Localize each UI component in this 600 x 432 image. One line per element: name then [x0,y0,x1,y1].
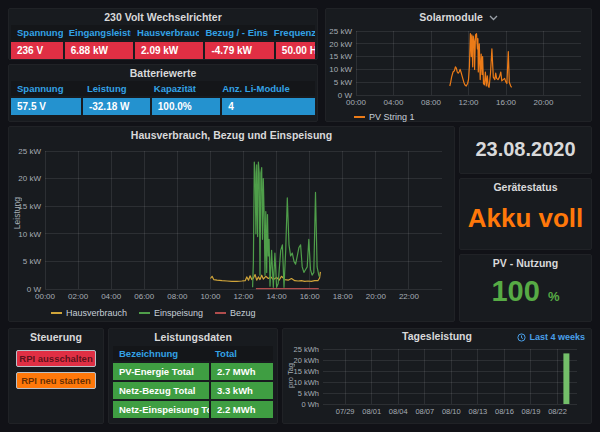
inverter-value-row: 236 V 6.88 kW 2.09 kW -4.79 kW 50.00 Hz [11,42,315,59]
panel-consumption: Hausverbrauch, Bezug und Einspeisung Lei… [8,126,455,322]
svg-text:08/01: 08/01 [362,407,381,416]
inverter-header-row: Spannung Eingangsleistung Hausverbrauch … [11,25,315,40]
row-total-cell: 2.2 MWh [211,401,273,418]
value-cell-bezug: -4.79 kW [205,42,273,59]
svg-text:12:00: 12:00 [233,292,254,301]
panel-title: Batteriewerte [9,65,317,81]
svg-text:10:00: 10:00 [200,292,221,301]
svg-text:5 kW: 5 kW [23,257,42,266]
header-cell: Bezeichnung [113,346,209,361]
value-cell-kapazitaet: 100.0% [152,98,220,115]
svg-text:20 kW: 20 kW [18,174,41,183]
panel-device-status: Gerätestatus Akku voll [459,178,592,250]
svg-text:15 kWh: 15 kWh [294,367,319,376]
header-cell: Frequenz [268,25,315,40]
rpi-restart-button[interactable]: RPI neu starten [16,372,96,389]
svg-text:12:00: 12:00 [458,98,479,107]
svg-text:08/19: 08/19 [522,407,541,416]
value-cell-spannung: 236 V [11,42,63,59]
legend-swatch [51,312,62,314]
clock-icon [517,333,526,342]
header-cell: Kapazität [148,81,216,96]
table-row: Netz-Einspeisung Total 2.2 MWh [113,401,273,418]
panel-control: Steuerung RPI ausschalten RPI neu starte… [8,328,104,424]
value-cell-module: 4 [222,98,315,115]
consumption-legend: Hausverbrauch Einspeisung Bezug [51,307,454,319]
panel-battery: Batteriewerte Spannung Leistung Kapazitä… [8,64,318,122]
svg-text:08/10: 08/10 [442,407,461,416]
consumption-chart[interactable]: 00:0002:0004:0006:0008:0010:0012:0014:00… [9,143,454,303]
panel-energy-table: Leistungsdaten Bezeichnung Total PV-Ener… [108,328,278,424]
header-cell: Eingangsleistung [63,25,131,40]
solar-chart[interactable]: 00:0004:0008:0012:0016:0020:000 W5 kW10 … [326,25,591,107]
y-axis-label: pro Tag [286,363,295,388]
row-name-cell: Netz-Bezug Total [113,382,209,399]
value-cell-frequenz: 50.00 Hz [276,42,315,59]
svg-text:25 kW: 25 kW [18,147,41,156]
svg-text:10 kW: 10 kW [329,65,352,74]
grafana-dashboard: 230 Volt Wechselrichter Spannung Eingang… [0,0,600,432]
legend-item[interactable]: Einspeisung [139,308,203,318]
solar-legend: PV String 1 [354,111,591,123]
time-range-indicator: Last 4 weeks [517,332,585,342]
panel-title-dropdown[interactable]: Solarmodule [326,9,591,25]
svg-text:14:00: 14:00 [267,292,288,301]
svg-text:04:00: 04:00 [383,98,404,107]
legend-swatch [215,312,226,314]
svg-text:0 W: 0 W [27,285,42,294]
svg-text:20 kWh: 20 kWh [294,356,319,365]
legend-swatch [354,116,365,118]
row-name-cell: PV-Energie Total [113,363,209,380]
legend-item[interactable]: Hausverbrauch [51,308,127,318]
svg-text:0 Wh: 0 Wh [301,400,319,409]
svg-text:16:00: 16:00 [300,292,321,301]
daily-chart[interactable]: 07/2908/0108/0408/0708/1008/1308/1608/19… [283,343,591,417]
panel-title: Steuerung [9,329,103,345]
svg-text:07/29: 07/29 [336,407,355,416]
svg-text:20:00: 20:00 [533,98,554,107]
panel-pv-usage: PV - Nutzung 100 % [459,254,592,322]
panel-solar: Solarmodule 00:0004:0008:0012:0016:0020:… [325,8,592,122]
battery-header-row: Spannung Leistung Kapazität Anz. Li-Modu… [11,81,315,96]
panel-inverter: 230 Volt Wechselrichter Spannung Eingang… [8,8,318,60]
device-status-value: Akku voll [460,203,591,234]
legend-item[interactable]: PV String 1 [354,112,415,122]
panel-daily: Tagesleistung Last 4 weeks pro Tag 07/29… [282,328,592,424]
svg-text:0 W: 0 W [338,91,353,100]
svg-text:08/04: 08/04 [389,407,408,416]
svg-text:5 kW: 5 kW [334,78,353,87]
legend-item[interactable]: Bezug [215,308,256,318]
row-total-cell: 3.3 kWh [211,382,273,399]
header-cell: Spannung [11,81,81,96]
panel-title: 230 Volt Wechselrichter [9,9,317,25]
date-value: 23.08.2020 [460,127,591,171]
rpi-off-button[interactable]: RPI ausschalten [16,350,96,367]
table-row: PV-Energie Total 2.7 MWh [113,363,273,380]
header-cell: Spannung [11,25,63,40]
header-cell: Leistung [81,81,148,96]
svg-text:20 kW: 20 kW [329,40,352,49]
energy-header-row: Bezeichnung Total [113,346,273,361]
pv-usage-unit: % [548,289,560,304]
svg-text:08/13: 08/13 [468,407,487,416]
svg-text:22:00: 22:00 [399,292,420,301]
svg-text:04:00: 04:00 [101,292,122,301]
svg-text:10 kW: 10 kW [18,230,41,239]
svg-text:08:00: 08:00 [167,292,188,301]
value-cell-leistung: -32.18 W [83,98,150,115]
panel-title: PV - Nutzung [460,255,591,271]
value-cell-eingangsleistung: 6.88 kW [65,42,133,59]
svg-text:25 kW: 25 kW [329,27,352,36]
svg-text:18:00: 18:00 [333,292,354,301]
table-row: Netz-Bezug Total 3.3 kWh [113,382,273,399]
header-cell: Anz. Li-Module [216,81,315,96]
svg-text:15 kW: 15 kW [329,52,352,61]
y-axis-label: Leistung [12,197,22,229]
svg-text:02:00: 02:00 [68,292,89,301]
battery-value-row: 57.5 V -32.18 W 100.0% 4 [11,98,315,115]
panel-title: Gerätestatus [460,179,591,195]
svg-text:20:00: 20:00 [366,292,387,301]
svg-text:06:00: 06:00 [134,292,155,301]
panel-date: 23.08.2020 [459,126,592,174]
header-cell: Bezug / - Einspeisung [199,25,267,40]
